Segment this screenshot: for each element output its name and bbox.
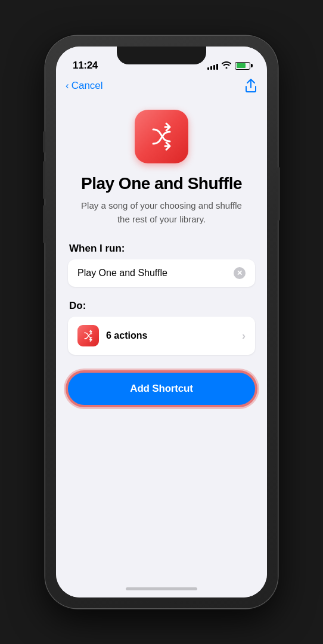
power-button[interactable]: [278, 167, 280, 221]
actions-left: 6 actions: [77, 325, 147, 346]
shortcut-icon: [135, 110, 188, 163]
mute-button[interactable]: [43, 131, 45, 153]
status-time: 11:24: [73, 60, 98, 72]
when-i-run-section: When I run: Play One and Shuffle ✕: [68, 243, 255, 287]
shortcut-description: Play a song of your choosing and shuffle…: [68, 199, 255, 226]
signal-bar-3: [213, 65, 215, 70]
signal-bar-1: [207, 67, 209, 70]
volume-up-button[interactable]: [43, 161, 45, 199]
main-content: Play One and Shuffle Play a song of your…: [56, 98, 267, 580]
shuffle-icon: [146, 121, 177, 152]
volume-down-button[interactable]: [43, 205, 45, 243]
actions-mini-icon: [77, 325, 99, 346]
share-button[interactable]: [244, 79, 257, 93]
shortcut-name-value: Play One and Shuffle: [77, 268, 167, 278]
do-label: Do:: [68, 300, 255, 312]
status-icons: [207, 61, 250, 70]
shortcut-name-input-row[interactable]: Play One and Shuffle ✕: [68, 259, 255, 287]
signal-icon: [207, 62, 218, 70]
when-i-run-label: When I run:: [68, 243, 255, 255]
shortcut-icon-container: [135, 110, 188, 163]
signal-bar-2: [210, 66, 212, 70]
back-chevron-icon: ‹: [66, 80, 69, 92]
actions-count: 6 actions: [106, 330, 147, 341]
phone-device: 11:24: [45, 36, 278, 608]
signal-bar-4: [216, 64, 218, 70]
notch: [117, 47, 206, 64]
mini-shuffle-icon: [82, 329, 95, 342]
home-indicator: [56, 580, 267, 597]
clear-icon: ✕: [237, 270, 243, 277]
shortcut-title: Play One and Shuffle: [81, 174, 242, 193]
battery-icon: [235, 62, 250, 70]
wifi-icon: [222, 61, 231, 70]
battery-fill: [237, 63, 246, 68]
clear-input-button[interactable]: ✕: [234, 267, 246, 279]
actions-row[interactable]: 6 actions ›: [68, 317, 255, 355]
cancel-button[interactable]: ‹ Cancel: [66, 80, 103, 92]
home-bar: [126, 587, 197, 590]
phone-screen: 11:24: [56, 47, 267, 597]
do-section: Do: 6 actions ›: [68, 300, 255, 355]
navigation-bar: ‹ Cancel: [56, 76, 267, 98]
cancel-label: Cancel: [72, 80, 103, 92]
chevron-right-icon: ›: [242, 330, 246, 342]
add-shortcut-button[interactable]: Add Shortcut: [68, 373, 255, 405]
